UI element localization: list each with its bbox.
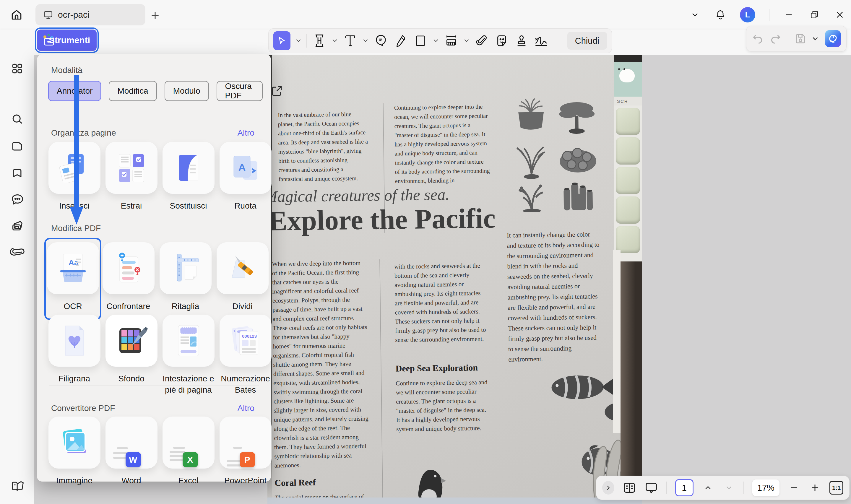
zoom-in-button[interactable] <box>809 481 821 495</box>
open-in-window-button[interactable] <box>270 83 283 99</box>
tile-dividi[interactable]: Dividi <box>214 242 271 312</box>
attachment-tool-button[interactable] <box>474 33 489 49</box>
comment-tool-button[interactable] <box>374 33 388 49</box>
tile-ritaglia[interactable]: Ritaglia <box>157 242 214 312</box>
actual-size-button[interactable]: 1:1 <box>829 481 843 494</box>
user-avatar[interactable]: L <box>740 7 755 22</box>
column-divider <box>379 259 383 499</box>
insert-pages-icon <box>58 153 91 183</box>
mode-section-heading: Modalità <box>51 66 83 75</box>
shape-tool-button[interactable] <box>413 33 428 49</box>
highlight-tool-chevron-icon[interactable] <box>332 33 338 49</box>
document-tab[interactable]: ocr-paci <box>35 4 145 25</box>
quick-actions-toolbar <box>746 26 847 52</box>
attachments-panel-icon[interactable] <box>11 245 24 258</box>
page-number-input[interactable] <box>675 479 693 496</box>
new-tab-button[interactable] <box>149 10 161 21</box>
search-icon[interactable] <box>11 112 24 126</box>
tile-intestazione[interactable]: Intestazione e piè di pagina <box>160 314 217 396</box>
keycap <box>616 226 640 253</box>
tile-word[interactable]: W Word <box>103 417 160 486</box>
redo-button[interactable] <box>770 32 782 45</box>
mode-modulo-chip[interactable]: Modulo <box>165 81 209 101</box>
read-mode-icon[interactable] <box>11 480 24 492</box>
undo-button[interactable] <box>752 32 764 45</box>
measure-tool-button[interactable] <box>444 33 458 49</box>
tools-menu-button[interactable]: Strumenti <box>37 30 97 51</box>
tile-sostituisci[interactable]: Sostituisci <box>160 142 217 212</box>
organize-pages-heading: Organizza pagine <box>51 128 116 138</box>
background-icon <box>115 325 148 356</box>
expand-statusbar-button[interactable] <box>602 481 614 494</box>
zoom-level-input[interactable] <box>752 480 779 496</box>
crop-icon <box>170 253 201 284</box>
measure-tool-chevron-icon[interactable] <box>464 33 470 49</box>
watermark-icon <box>61 325 88 357</box>
tile-filigrana[interactable]: Filigrana <box>46 314 103 396</box>
thumbnails-grid-icon[interactable] <box>11 62 24 75</box>
tile-confrontare-label: Confrontare <box>107 301 150 312</box>
pdf-page-photo: In the vast embrace of our blue planet, … <box>267 55 642 504</box>
home-icon <box>10 8 23 21</box>
tile-estrai[interactable]: Estrai <box>103 142 160 212</box>
tile-bates[interactable]: 000123 Numerazione Bates <box>217 314 274 396</box>
tools-panel: Modalità Annotator Modifica Modulo Oscur… <box>37 54 271 482</box>
pages-panel-icon[interactable] <box>11 219 24 232</box>
mode-annotator-chip[interactable]: Annotator <box>48 81 101 101</box>
left-sidebar <box>0 55 34 504</box>
shape-tool-chevron-icon[interactable] <box>433 33 439 49</box>
presentation-mode-icon[interactable] <box>645 481 658 495</box>
previous-page-chevron-icon[interactable] <box>702 481 714 495</box>
tile-sfondo[interactable]: Sfondo <box>103 314 160 396</box>
text-tool-chevron-icon[interactable] <box>363 33 368 49</box>
svg-text:A: A <box>238 162 246 173</box>
save-button[interactable] <box>794 32 807 45</box>
body-column-1: When we dive deep into the bottom of the… <box>272 258 370 504</box>
body-col2-paragraph: with the rocks and seaweeds at the botto… <box>394 261 488 345</box>
sticker-tool-button[interactable] <box>494 33 509 49</box>
keyboard-key-label: SCR <box>614 96 642 106</box>
mode-modifica-chip[interactable]: Modifica <box>109 81 157 101</box>
select-tool-chevron-icon[interactable] <box>295 33 302 49</box>
comments-panel-icon[interactable] <box>11 193 24 205</box>
next-page-chevron-icon[interactable] <box>722 481 735 495</box>
home-button[interactable] <box>8 6 25 23</box>
zoom-out-button[interactable] <box>788 481 800 495</box>
highlight-tool-button[interactable] <box>312 33 327 49</box>
signature-tool-button[interactable] <box>534 33 549 49</box>
ruler-icon <box>445 34 457 47</box>
close-window-button[interactable] <box>834 9 846 21</box>
svg-text:000123: 000123 <box>242 334 257 339</box>
bookmark-icon[interactable] <box>11 167 24 180</box>
mode-oscura-pdf-chip[interactable]: Oscura PDF <box>217 81 263 101</box>
text-tool-button[interactable] <box>343 33 358 49</box>
tile-excel[interactable]: X Excel <box>160 417 217 486</box>
tile-powerpoint[interactable]: P PowerPoint <box>217 417 274 486</box>
rectangle-icon <box>415 35 426 47</box>
page-view-mode-icon[interactable] <box>622 481 636 495</box>
coral-illustrations <box>510 94 600 212</box>
save-options-chevron-icon[interactable] <box>813 31 818 47</box>
tile-ocr[interactable]: Aa OCR <box>44 238 101 320</box>
ai-assistant-button[interactable] <box>825 30 841 47</box>
tile-word-label: Word <box>122 475 141 486</box>
tile-sfondo-label: Sfondo <box>118 373 144 384</box>
organize-pages-more-link[interactable]: Altro <box>237 128 254 138</box>
tile-ruota[interactable]: A Ruota <box>217 142 274 212</box>
window-chevron-down-icon[interactable] <box>689 9 701 21</box>
tile-inserisci[interactable]: Inserisci <box>46 142 103 212</box>
convertitore-more-link[interactable]: Altro <box>237 403 254 413</box>
stamp-tool-button[interactable] <box>514 33 529 49</box>
select-tool-button[interactable] <box>273 31 290 50</box>
modifica-pdf-grid-row2: Filigrana Sfondo Intestazione e piè di p… <box>46 314 274 396</box>
minimize-button[interactable] <box>783 9 795 21</box>
page-thumbnail-icon[interactable] <box>11 140 24 153</box>
pen-tool-button[interactable] <box>393 33 408 49</box>
notifications-bell-icon[interactable] <box>714 9 726 21</box>
tile-confrontare[interactable]: Confrontare <box>100 242 157 312</box>
annotation-toolbar: Chiudi <box>268 29 612 53</box>
close-toolbar-button[interactable]: Chiudi <box>567 32 607 50</box>
keyboard-in-photo: SCR <box>614 55 642 262</box>
maximize-restore-button[interactable] <box>809 9 820 21</box>
tile-immagine[interactable]: Immagine <box>46 417 103 486</box>
